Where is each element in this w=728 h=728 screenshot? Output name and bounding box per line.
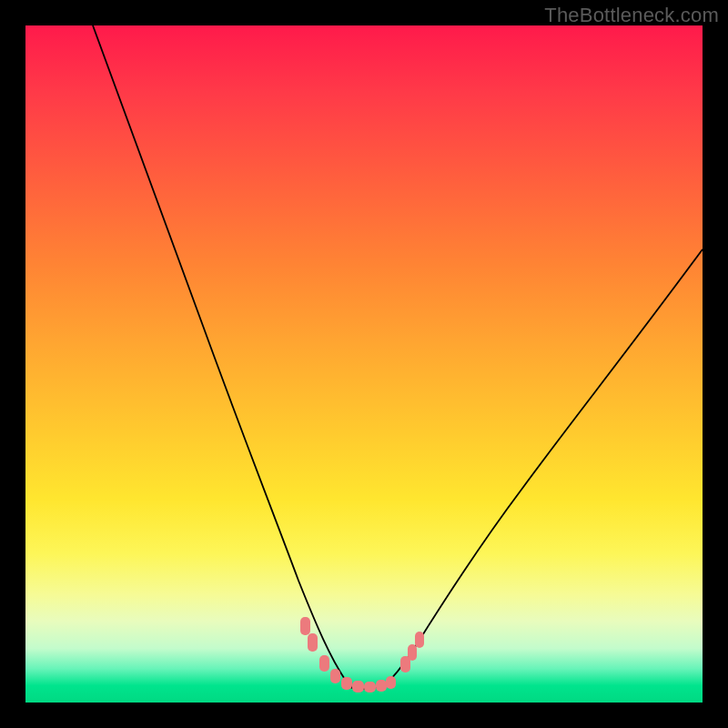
marker-point (408, 644, 417, 661)
marker-point (386, 676, 396, 689)
marker-point (341, 677, 352, 690)
right-branch-curve (382, 249, 703, 686)
marker-point (364, 682, 376, 693)
marker-point (308, 633, 318, 652)
marker-point (415, 632, 424, 648)
marker-point (376, 680, 387, 692)
chart-frame: TheBottleneck.com (0, 0, 728, 728)
marker-point (319, 655, 329, 672)
left-branch-curve (93, 25, 362, 691)
watermark-text: TheBottleneck.com (544, 4, 719, 27)
marker-point (300, 617, 310, 635)
curve-svg (25, 25, 703, 703)
marker-point (352, 681, 364, 693)
plot-area (25, 25, 703, 703)
marker-point (330, 669, 340, 683)
